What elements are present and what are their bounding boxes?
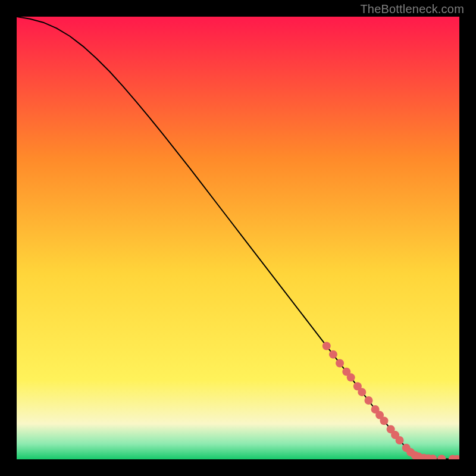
data-marker xyxy=(336,359,344,368)
data-marker xyxy=(358,388,366,396)
chart-svg xyxy=(17,17,459,459)
gradient-background xyxy=(17,17,459,459)
data-marker xyxy=(396,436,404,444)
attribution-label: TheBottleneck.com xyxy=(360,2,464,16)
data-marker xyxy=(347,373,355,381)
data-marker xyxy=(380,416,389,425)
chart-stage: TheBottleneck.com xyxy=(0,0,476,476)
data-marker xyxy=(322,342,331,350)
data-marker xyxy=(364,396,372,405)
data-marker xyxy=(329,350,337,359)
plot-area xyxy=(17,17,459,459)
